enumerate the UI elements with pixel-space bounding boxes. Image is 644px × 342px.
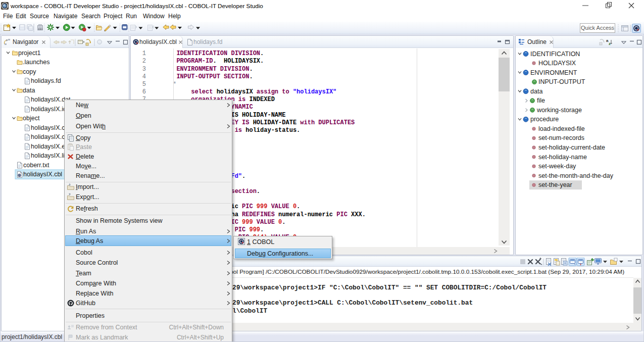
svg-text:z: z xyxy=(609,41,611,46)
